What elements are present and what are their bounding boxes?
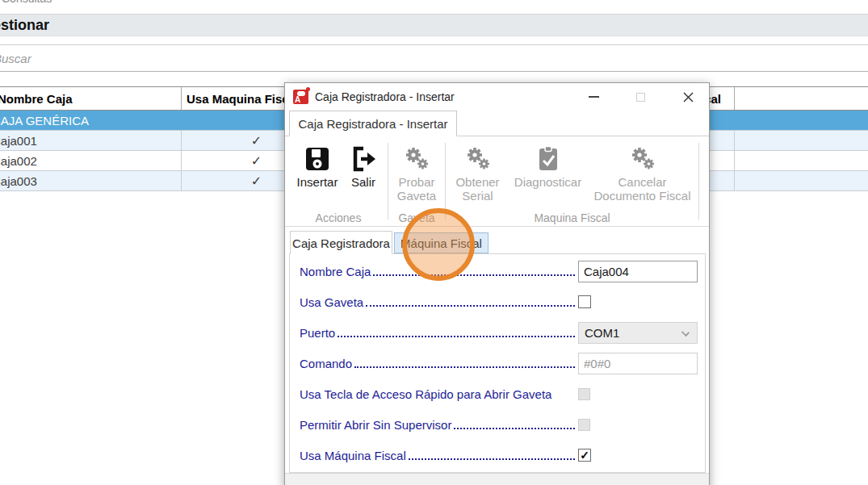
app-icon: A [293, 90, 308, 104]
field-label: Usa Máquina Fiscal [300, 449, 406, 462]
field-label: Puerto [300, 326, 335, 340]
gears-icon [464, 143, 492, 175]
form-row: Puerto COM1 [300, 317, 698, 348]
comando-input [578, 353, 698, 374]
minimize-button[interactable] [581, 86, 606, 107]
ribbon-group-acciones: Insertar Salir Acciones [289, 141, 388, 226]
ribbon: Insertar Salir Acciones [285, 136, 709, 227]
search-bar [0, 44, 868, 72]
dotted-leader [454, 428, 575, 429]
dotted-leader [354, 366, 575, 368]
page-title: Gestionar [0, 17, 49, 34]
form-row: Nombre Caja [300, 256, 698, 286]
ribbon-group-label: Acciones [289, 211, 388, 226]
usa-tecla-acceso-rapido-checkbox [578, 388, 590, 400]
puerto-selected-value: COM1 [585, 326, 619, 340]
usa-gaveta-checkbox[interactable] [578, 295, 591, 308]
form-row: Usa Máquina Fiscal ✓ [300, 440, 698, 470]
ribbon-group-label: Gaveta [388, 211, 445, 226]
column-header-nombre-caja[interactable]: Nombre Caja [0, 87, 182, 110]
clipboard-check-icon [536, 143, 560, 175]
form-row: Usa Gaveta [300, 286, 698, 317]
search-input[interactable] [0, 52, 397, 65]
close-icon [683, 92, 694, 102]
row-name: Caja001 [0, 134, 37, 148]
maximize-icon [636, 93, 645, 102]
form-row: Comando [300, 348, 698, 378]
dialog-titlebar: A Caja Registradora - Insertar [285, 83, 709, 111]
row-name: Caja002 [0, 154, 37, 168]
dotted-leader [373, 274, 575, 276]
dialog-caja-registradora-insertar: A Caja Registradora - Insertar Caja Regi… [284, 82, 710, 485]
tab-caja-registradora[interactable]: Caja Registradora [290, 231, 392, 254]
form-row: Usa Tecla de Acceso Rápido para Abrir Ga… [300, 378, 698, 409]
field-label: Comando [300, 357, 352, 370]
dialog-footer-strip [285, 473, 709, 485]
document-tab[interactable]: Caja Registradora - Insertar [289, 111, 457, 136]
row-name: Caja003 [0, 174, 37, 188]
tab-maquina-fiscal[interactable]: Máquina Fiscal [394, 232, 489, 253]
clipped-menu-text: Consultas [2, 0, 179, 7]
screen: Consultas Gestionar Nombre Caja Usa Maqu… [0, 0, 868, 485]
cancelar-documento-fiscal-button: Cancelar Documento Fiscal [587, 141, 698, 211]
page-title-bar: Gestionar [0, 14, 868, 36]
insertar-button[interactable]: Insertar [292, 141, 342, 211]
permitir-abrir-sin-supervisor-checkbox [578, 419, 590, 431]
obtener-serial-button: Obtener Serial [447, 141, 509, 211]
exit-icon [350, 143, 376, 175]
usa-maquina-fiscal-checkbox[interactable]: ✓ [578, 449, 591, 462]
dotted-leader [338, 336, 575, 337]
form-panel: Nombre Caja Usa Gaveta Puerto COM1 [289, 253, 706, 473]
ribbon-group-label: Maquina Fiscal [446, 211, 698, 226]
minimize-icon [589, 96, 599, 98]
dialog-document-tabrow: Caja Registradora - Insertar [285, 111, 709, 136]
form-tabstrip: Caja Registradora Máquina Fiscal [285, 231, 709, 253]
dotted-leader [366, 305, 575, 307]
ribbon-separator [698, 143, 699, 220]
column-header-empty [735, 87, 868, 110]
diagnosticar-button: Diagnosticar [509, 141, 587, 211]
form-row: Permitir Abrir Sin Supervisor [300, 409, 698, 440]
maximize-button [628, 86, 652, 107]
gears-icon [403, 143, 430, 175]
chevron-down-icon [681, 328, 690, 336]
nombre-caja-input[interactable] [578, 261, 698, 282]
field-label: Usa Tecla de Acceso Rápido para Abrir Ga… [300, 387, 551, 401]
row-name: CAJA GENÉRICA [0, 114, 89, 128]
dotted-leader [409, 458, 575, 460]
puerto-select[interactable]: COM1 [578, 322, 698, 344]
gears-icon [629, 143, 656, 175]
ribbon-group-gaveta: Probar Gaveta Gaveta [388, 141, 445, 226]
dialog-title: Caja Registradora - Insertar [315, 90, 455, 103]
close-button[interactable] [676, 86, 700, 107]
field-label: Nombre Caja [300, 265, 371, 278]
ribbon-group-maquina-fiscal: Obtener Serial Diagnosticar [446, 141, 698, 226]
save-icon [304, 143, 331, 175]
salir-button[interactable]: Salir [342, 141, 384, 211]
field-label: Permitir Abrir Sin Supervisor [300, 418, 451, 432]
field-label: Usa Gaveta [300, 295, 363, 309]
probar-gaveta-button: Probar Gaveta [389, 141, 444, 211]
